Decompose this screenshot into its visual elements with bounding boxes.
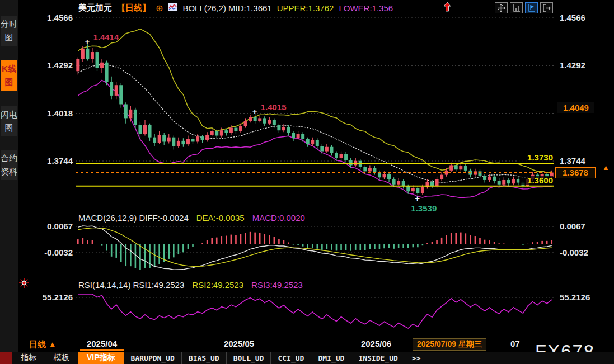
boll-lower-text: LOWER:1.356 — [339, 3, 393, 13]
alert-price-box: 1.4049 — [557, 102, 594, 113]
toolbar-item-2[interactable]: 模板 — [45, 352, 78, 364]
toolbar-item-5[interactable]: BIAS_UD — [182, 352, 227, 364]
price-tick-left-2: 1.4292 — [16, 60, 73, 70]
bottom-toolbar: 指标模板VIP指标BARUPDN_UDBIAS_UDBOLL_UDCCI_UDD… — [0, 352, 614, 364]
exit-chart-button[interactable] — [540, 2, 553, 13]
axis-divider — [0, 351, 614, 351]
alert-up-arrow-icon[interactable] — [443, 2, 452, 15]
price-tick-right-1: 1.4566 — [560, 13, 585, 22]
candlestick-panel[interactable] — [76, 14, 554, 207]
pivot-cross-icon: + — [85, 39, 90, 45]
axis-scale-button[interactable] — [510, 2, 523, 13]
pan-tool-button[interactable] — [495, 2, 508, 13]
live-status-icon — [18, 277, 30, 291]
current-price-box: 1.3678 — [555, 167, 596, 178]
pivot-label-1: 1.4414 — [93, 32, 119, 42]
crosshair-flag-button[interactable] — [525, 2, 538, 13]
symbol-title: 美元加元 — [78, 3, 112, 13]
level-label-1[interactable]: 1.3730 — [519, 153, 553, 162]
period-badge[interactable]: 【日线】 — [117, 3, 151, 13]
rsi3-value: RSI3:49.2523 — [251, 280, 303, 290]
chart-tool-buttons — [495, 2, 553, 13]
rsi-tick-right-1: 55.2126 — [560, 292, 590, 302]
macd-tick-left-1: 0.0067 — [16, 221, 73, 231]
sidebar-tab-1[interactable]: 分时图 — [1, 16, 17, 46]
toolbar-item-8[interactable]: DMI_UD — [311, 352, 351, 364]
boll-upper-text: UPPER:1.3762 — [277, 3, 334, 13]
boll-mid-text: BOLL(26,2) MID:1.3661 — [182, 3, 271, 13]
toolbar-item-6[interactable]: BOLL_UD — [227, 352, 271, 364]
globe-icon[interactable]: ⊕ — [156, 3, 163, 13]
macd-label: MACD(26,12,9) DIFF:-0.0024 — [78, 213, 189, 223]
toolbar-item-3[interactable]: VIP指标 — [78, 352, 124, 364]
pivot-label-3: 1.3539 — [411, 204, 437, 213]
trading-app: { "header": { "symbol": "美元加元", "period"… — [0, 0, 614, 364]
price-up-arrow-icon: ▲ — [602, 166, 610, 170]
sidebar-tab-3[interactable]: 闪电图 — [1, 106, 17, 136]
x-tick-jun: 2025/06 — [361, 339, 391, 348]
price-tick-left-3: 1.4018 — [16, 108, 73, 118]
sidebar-tab-2[interactable]: K线图 — [1, 60, 17, 91]
toolbar-item-9[interactable]: INSIDE_UD — [351, 352, 405, 364]
corner-red-block — [0, 352, 12, 364]
macd-panel[interactable] — [76, 221, 554, 274]
toolbar-item-10[interactable]: >> — [405, 352, 428, 364]
macd-dea-value: DEA:-0.0035 — [196, 213, 245, 223]
toolbar-item-1[interactable]: 指标 — [12, 352, 45, 364]
rsi2-value: RSI2:49.2523 — [192, 280, 243, 290]
price-tick-left-1: 1.4566 — [16, 13, 73, 22]
x-tick-jul: 07 — [510, 339, 520, 348]
chart-header: 美元加元 【日线】 ⊕ BOLL(26,2) MID:1.3661 UPPER:… — [78, 2, 393, 13]
x-tick-may: 2025/05 — [224, 339, 254, 348]
period-indicator[interactable]: 日线 ▲ — [29, 339, 57, 350]
rsi-label: RSI(14,14,14) RSI1:49.2523 — [78, 280, 184, 290]
mini-chart-icon[interactable] — [168, 3, 177, 13]
crosshair-date-tooltip: 2025/07/09 星期三 — [413, 338, 486, 351]
macd-macd-value: MACD:0.0020 — [252, 213, 305, 223]
price-tick-right-3: 1.3744 — [560, 156, 585, 166]
macd-tick-left-2: -0.0032 — [16, 248, 73, 257]
rsi-header: RSI(14,14,14) RSI1:49.2523 RSI2:49.2523 … — [78, 280, 303, 290]
triangle-up-icon: ▲ — [48, 339, 57, 349]
x-tick-apr: 2025/04 — [87, 339, 117, 348]
left-sidebar: 分时图K线图闪电图合约资料 — [0, 0, 18, 364]
x-axis-row: 日线 ▲ 2025/04 2025/05 2025/06 07 2025/07/… — [0, 338, 614, 351]
price-tick-left-4: 1.3744 — [16, 156, 73, 166]
pivot-cross-icon: + — [415, 196, 420, 201]
macd-tick-right-2: -0.0032 — [560, 248, 588, 257]
rsi-panel[interactable] — [76, 293, 554, 340]
price-tick-right-2: 1.4292 — [560, 60, 585, 70]
macd-tick-right-1: 0.0067 — [560, 221, 585, 231]
pivot-cross-icon: + — [252, 109, 257, 115]
macd-header: MACD(26,12,9) DIFF:-0.0024 DEA:-0.0035 M… — [78, 213, 305, 223]
toolbar-item-7[interactable]: CCI_UD — [271, 352, 311, 364]
sidebar-tab-4[interactable]: 合约资料 — [1, 150, 17, 180]
rsi-tick-left-1: 55.2126 — [16, 292, 73, 302]
toolbar-item-4[interactable]: BARUPDN_UD — [124, 352, 182, 364]
pivot-label-2: 1.4015 — [261, 102, 287, 112]
level-label-2[interactable]: 1.3600 — [519, 176, 553, 185]
